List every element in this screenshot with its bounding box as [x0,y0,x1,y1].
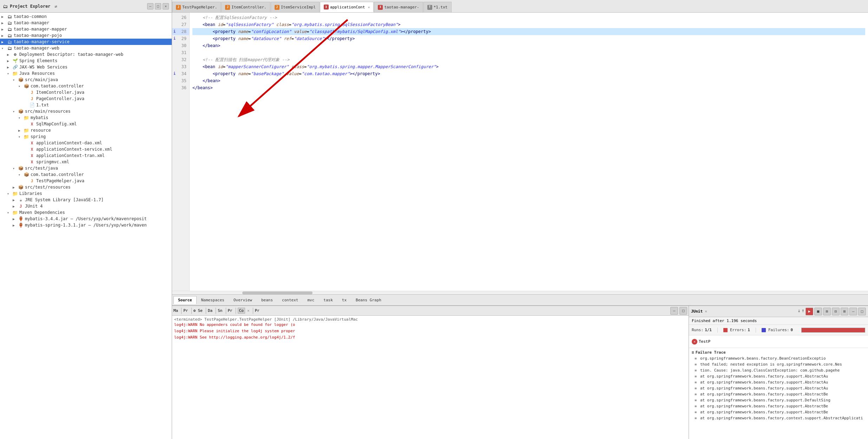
junit-btn3[interactable]: ⊠ [841,308,848,315]
tree-item-appCtxDao[interactable]: XapplicationContext-dao.xml [0,140,172,146]
tab-close-3[interactable]: ✕ [368,5,370,9]
junit-header-btns: ↓ ↑ ▶ ■ ⊞ ⊟ ⊠ – □ [797,308,866,315]
junit-nav-down[interactable]: ↓ [797,308,800,315]
tree-item-src-test-java[interactable]: ▾📦src/test/java [0,165,172,171]
tree-item-SqlMapConfig[interactable]: XSqlMapConfig.xml [0,121,172,127]
trace-line-icon-5: ≡ [695,385,699,391]
tree-item-mybatis-spring-jar[interactable]: ▶🏺mybatis-spring-1.3.1.jar – /Users/yxp/… [0,222,172,228]
editor-tab-5[interactable]: T*1.txt [423,2,452,12]
btab-source[interactable]: Source [173,296,197,304]
toolbar-co-x[interactable]: ✕ [247,308,250,313]
tree-label-txt1: 1.txt [36,103,49,107]
btab-mvc[interactable]: mvc [303,296,319,304]
toolbar-pr[interactable]: Pr [183,308,188,313]
btab-beans[interactable]: beans [257,296,277,304]
tree-item-appCtxService[interactable]: XapplicationContext-service.xml [0,146,172,152]
code-line-26: <!-- 配置SqlSessionFactory --> [192,14,865,21]
tree-item-taotao-manager-service[interactable]: ▶🗂taotao-manager-service [0,39,172,45]
junit-rerun-btn[interactable]: ▶ [805,308,813,315]
tree-item-PageController[interactable]: JPageController.java [0,96,172,102]
tree-item-taotao-manager-pojo[interactable]: ▶🗂taotao-manager-pojo [0,32,172,39]
tree-icon-taotao-common: 🗂 [6,14,13,19]
horizontal-scrollbar[interactable] [172,291,868,294]
console-terminated: <terminated> TestPageHelper.TestPageHelp… [174,317,686,322]
trace-line-icon-4: ≡ [695,379,699,385]
editor-tab-4[interactable]: Xtaotao-manager- [374,2,423,12]
tree-item-TestPageHelper[interactable]: JTestPageHelper.java [0,178,172,184]
toolbar-co[interactable]: Co [238,308,245,314]
junit-close-icon[interactable]: ✕ [705,309,707,314]
tree-item-resource[interactable]: ▶📁resource [0,127,172,133]
junit-stop-btn[interactable]: ■ [814,308,822,315]
tree-arrow-src-main-resources: ▾ [13,110,18,113]
tree-item-appCtxTran[interactable]: XapplicationContext-tran.xml [0,152,172,159]
tree-arrow-jre-system: ▶ [13,198,18,202]
btab-overview[interactable]: Overview [229,296,257,304]
toolbar-da[interactable]: Da [208,308,212,313]
tree-item-ItemController[interactable]: JItemController.java [0,89,172,96]
tree-arrow-spring: ▾ [18,135,23,139]
console-maximize-btn[interactable]: □ [679,307,687,315]
trace-line-0: ≡org.springframework.beans.factory.BeanC… [692,355,865,361]
line-number-31: 31 [172,49,189,56]
tree-item-maven-deps[interactable]: ▾📁Maven Dependencies [0,209,172,216]
tree-item-src-test-resources[interactable]: ▶📦src/test/resources [0,184,172,190]
trace-line-icon-2: ≡ [695,367,699,373]
tree-item-deployment-descriptor[interactable]: ▶⚙Deployment Descriptor: taotao-manager-… [0,51,172,58]
junit-btn2[interactable]: ⊟ [832,308,840,315]
tree-item-junit4[interactable]: ▶JJUnit 4 [0,203,172,209]
tree-item-spring-elements[interactable]: ▶🌱Spring Elements [0,58,172,64]
console-minimize-btn[interactable]: – [670,307,678,315]
maximize-btn[interactable]: □ [155,3,161,9]
btab-task[interactable]: task [319,296,337,304]
tree-label-spring: spring [31,134,46,139]
btab-beans-graph[interactable]: Beans Graph [351,296,386,304]
junit-btn1[interactable]: ⊞ [823,308,831,315]
tree-item-springmvc[interactable]: Xspringmvc.xml [0,159,172,165]
btab-tx[interactable]: tx [337,296,351,304]
line-number-26: 26 [172,14,189,21]
tree-item-taotao-manager[interactable]: ▶🗂taotao-manager [0,20,172,26]
tree-arrow-junit4: ▶ [13,204,18,208]
tree-item-taotao-common[interactable]: ▶🗂taotao-common [0,13,172,20]
tree-item-jax-ws[interactable]: ▶🔗JAX-WS Web Services [0,64,172,70]
toolbar-ma[interactable]: Ma [173,308,178,313]
tree-item-txt1[interactable]: 📄1.txt [0,102,172,108]
editor-tab-2[interactable]: JItemServiceImpl [271,2,320,12]
tree-item-src-main-resources[interactable]: ▾📦src/main/resources [0,108,172,114]
tree-item-libraries[interactable]: ▾📁Libraries [0,190,172,197]
junit-minimize-btn[interactable]: – [849,308,857,315]
junit-maximize-btn[interactable]: □ [858,308,866,315]
btab-context[interactable]: context [277,296,303,304]
junit-nav-up[interactable]: ↑ [802,308,804,315]
tree-item-java-resources[interactable]: ▾📁Java Resources [0,70,172,77]
tree-item-com-taotao-ctrl-test[interactable]: ▾📦com.taotao.controller [0,171,172,178]
test-name[interactable]: TestP [699,339,710,344]
tree-item-com-taotao-controller[interactable]: ▾📦com.taotao.controller [0,83,172,89]
tree-item-taotao-manager-web[interactable]: ▾🗂taotao-manager-web [0,45,172,51]
toolbar-se[interactable]: ⚙ Se [193,308,203,313]
tree-icon-src-main-java: 📦 [18,77,24,82]
tree-arrow-mybatis-spring-jar: ▶ [13,223,18,227]
tree-item-jre-system[interactable]: ▶☕JRE System Library [JavaSE-1.7] [0,197,172,203]
toolbar-pr2[interactable]: Pr [228,308,232,313]
code-area[interactable]: <!-- 配置SqlSessionFactory --> <bean id="s… [190,13,868,291]
toolbar-pr3[interactable]: Pr [255,308,259,313]
line-number-29: 29 [172,35,189,42]
tree-label-mybatis-spring-jar: mybatis-spring-1.3.1.jar – /Users/yxp/wo… [25,223,147,228]
tree-item-src-main-java[interactable]: ▾📦src/main/java [0,77,172,83]
line-number-35: 35 [172,77,189,84]
editor-tab-3[interactable]: XapplicationCont✕ [320,2,374,12]
minimize-btn[interactable]: – [147,3,153,9]
tree-label-jre-system: JRE System Library [JavaSE-1.7] [25,197,104,202]
toolbar-sn[interactable]: Sn [218,308,222,313]
btab-namespaces[interactable]: Namespaces [197,296,229,304]
junit-title: JUnit [691,309,703,314]
editor-tab-0[interactable]: JTestPageHelper. [172,2,221,12]
tree-item-mybatis[interactable]: ▾📁mybatis [0,114,172,121]
tree-item-spring[interactable]: ▾📁spring [0,133,172,140]
tree-item-mybatis-jar[interactable]: ▶🏺mybatis-3.4.4.jar – /Users/yxp/work/ma… [0,216,172,222]
editor-tab-1[interactable]: JItemController. [221,2,270,12]
tree-item-taotao-manager-mapper[interactable]: ▶🗂taotao-manager-mapper [0,26,172,32]
close-btn[interactable]: ✕ [163,3,169,9]
